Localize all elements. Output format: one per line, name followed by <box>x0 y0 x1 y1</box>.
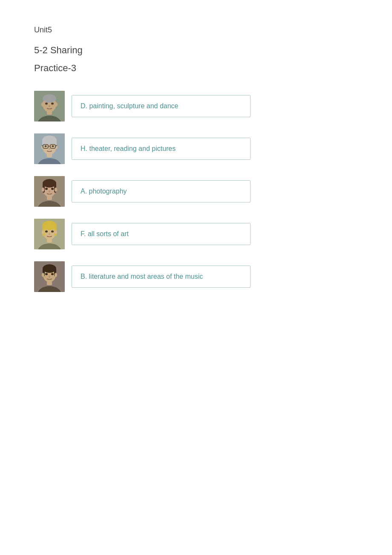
avatar <box>34 261 65 292</box>
answer-box[interactable]: B. literature and most areas of the musi… <box>72 266 251 288</box>
svg-point-37 <box>42 188 44 192</box>
unit-label: Unit5 <box>34 26 358 35</box>
svg-point-8 <box>45 103 48 105</box>
svg-point-53 <box>51 231 54 233</box>
answer-box[interactable]: A. photography <box>72 180 251 202</box>
svg-point-67 <box>49 276 50 278</box>
svg-point-7 <box>55 102 58 107</box>
svg-point-66 <box>51 273 54 275</box>
answer-text-2: H. theater, reading and pictures <box>81 145 176 152</box>
svg-point-5 <box>43 94 56 103</box>
svg-point-64 <box>55 273 57 277</box>
avatar <box>34 91 65 121</box>
avatar <box>34 219 65 249</box>
svg-point-9 <box>51 103 54 105</box>
list-item: B. literature and most areas of the musi… <box>34 261 358 292</box>
svg-point-27 <box>52 145 54 147</box>
svg-point-65 <box>45 273 48 275</box>
answer-text-1: D. painting, sculpture and dance <box>81 102 178 110</box>
svg-point-40 <box>51 188 54 190</box>
section-title: 5-2 Sharing <box>34 45 358 56</box>
svg-point-63 <box>42 273 44 277</box>
svg-point-10 <box>49 105 50 107</box>
svg-point-54 <box>49 233 50 235</box>
svg-point-41 <box>49 191 50 193</box>
svg-point-39 <box>45 188 48 190</box>
svg-point-50 <box>42 230 44 234</box>
list-item: A. photography <box>34 176 358 207</box>
answer-box[interactable]: H. theater, reading and pictures <box>72 138 251 160</box>
avatar <box>34 176 65 207</box>
svg-point-51 <box>55 230 57 234</box>
list-item: F. all sorts of art <box>34 219 358 249</box>
practice-title: Practice-3 <box>34 63 358 74</box>
svg-point-6 <box>41 102 44 107</box>
svg-point-38 <box>55 188 57 192</box>
page-container: Unit5 5-2 Sharing Practice-3 <box>0 0 392 330</box>
answer-text-4: F. all sorts of art <box>81 230 129 237</box>
items-container: D. painting, sculpture and dance <box>34 91 358 304</box>
answer-box[interactable]: F. all sorts of art <box>72 223 251 245</box>
answer-text-3: A. photography <box>81 188 127 195</box>
answer-text-5: B. literature and most areas of the musi… <box>81 273 203 280</box>
list-item: D. painting, sculpture and dance <box>34 91 358 121</box>
list-item: H. theater, reading and pictures <box>34 133 358 164</box>
svg-point-26 <box>45 145 47 147</box>
svg-point-52 <box>45 231 48 233</box>
avatar <box>34 133 65 164</box>
svg-point-28 <box>49 148 50 150</box>
answer-box[interactable]: D. painting, sculpture and dance <box>72 95 251 117</box>
